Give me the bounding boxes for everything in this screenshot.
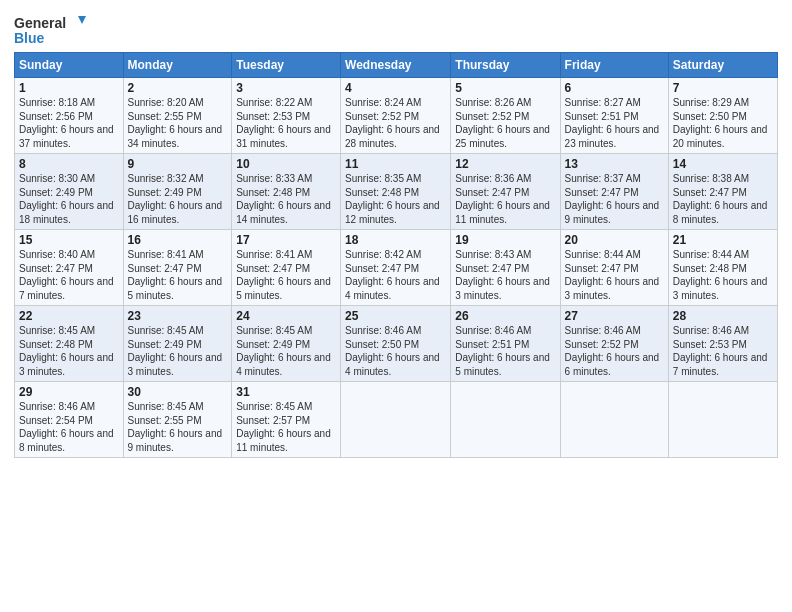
- calendar-day-cell: 26Sunrise: 8:46 AM Sunset: 2:51 PM Dayli…: [451, 306, 560, 382]
- day-info: Sunrise: 8:44 AM Sunset: 2:48 PM Dayligh…: [673, 248, 773, 302]
- calendar-header-row: SundayMondayTuesdayWednesdayThursdayFrid…: [15, 53, 778, 78]
- day-info: Sunrise: 8:33 AM Sunset: 2:48 PM Dayligh…: [236, 172, 336, 226]
- calendar-day-cell: 25Sunrise: 8:46 AM Sunset: 2:50 PM Dayli…: [341, 306, 451, 382]
- day-number: 14: [673, 157, 773, 171]
- day-info: Sunrise: 8:36 AM Sunset: 2:47 PM Dayligh…: [455, 172, 555, 226]
- day-number: 12: [455, 157, 555, 171]
- day-info: Sunrise: 8:18 AM Sunset: 2:56 PM Dayligh…: [19, 96, 119, 150]
- day-info: Sunrise: 8:37 AM Sunset: 2:47 PM Dayligh…: [565, 172, 664, 226]
- day-info: Sunrise: 8:45 AM Sunset: 2:55 PM Dayligh…: [128, 400, 228, 454]
- calendar-day-cell: 1Sunrise: 8:18 AM Sunset: 2:56 PM Daylig…: [15, 78, 124, 154]
- day-number: 6: [565, 81, 664, 95]
- calendar-day-cell: 8Sunrise: 8:30 AM Sunset: 2:49 PM Daylig…: [15, 154, 124, 230]
- day-info: Sunrise: 8:46 AM Sunset: 2:52 PM Dayligh…: [565, 324, 664, 378]
- day-number: 31: [236, 385, 336, 399]
- day-info: Sunrise: 8:38 AM Sunset: 2:47 PM Dayligh…: [673, 172, 773, 226]
- day-info: Sunrise: 8:45 AM Sunset: 2:49 PM Dayligh…: [236, 324, 336, 378]
- day-info: Sunrise: 8:20 AM Sunset: 2:55 PM Dayligh…: [128, 96, 228, 150]
- day-number: 23: [128, 309, 228, 323]
- calendar-week-row: 29Sunrise: 8:46 AM Sunset: 2:54 PM Dayli…: [15, 382, 778, 458]
- day-number: 26: [455, 309, 555, 323]
- day-number: 29: [19, 385, 119, 399]
- day-info: Sunrise: 8:44 AM Sunset: 2:47 PM Dayligh…: [565, 248, 664, 302]
- day-number: 22: [19, 309, 119, 323]
- calendar-day-cell: 18Sunrise: 8:42 AM Sunset: 2:47 PM Dayli…: [341, 230, 451, 306]
- day-number: 15: [19, 233, 119, 247]
- calendar-day-cell: [451, 382, 560, 458]
- calendar-day-cell: 16Sunrise: 8:41 AM Sunset: 2:47 PM Dayli…: [123, 230, 232, 306]
- day-number: 27: [565, 309, 664, 323]
- day-info: Sunrise: 8:45 AM Sunset: 2:49 PM Dayligh…: [128, 324, 228, 378]
- calendar-day-cell: 15Sunrise: 8:40 AM Sunset: 2:47 PM Dayli…: [15, 230, 124, 306]
- svg-marker-0: [78, 16, 86, 24]
- header: General Blue: [14, 10, 778, 46]
- day-number: 17: [236, 233, 336, 247]
- calendar-day-cell: 5Sunrise: 8:26 AM Sunset: 2:52 PM Daylig…: [451, 78, 560, 154]
- day-number: 11: [345, 157, 446, 171]
- day-info: Sunrise: 8:46 AM Sunset: 2:53 PM Dayligh…: [673, 324, 773, 378]
- day-number: 2: [128, 81, 228, 95]
- day-info: Sunrise: 8:24 AM Sunset: 2:52 PM Dayligh…: [345, 96, 446, 150]
- calendar-day-cell: 6Sunrise: 8:27 AM Sunset: 2:51 PM Daylig…: [560, 78, 668, 154]
- calendar-day-cell: 23Sunrise: 8:45 AM Sunset: 2:49 PM Dayli…: [123, 306, 232, 382]
- calendar-day-header: Tuesday: [232, 53, 341, 78]
- day-info: Sunrise: 8:40 AM Sunset: 2:47 PM Dayligh…: [19, 248, 119, 302]
- calendar-day-cell: 29Sunrise: 8:46 AM Sunset: 2:54 PM Dayli…: [15, 382, 124, 458]
- calendar-day-cell: 7Sunrise: 8:29 AM Sunset: 2:50 PM Daylig…: [668, 78, 777, 154]
- logo-blue: Blue: [14, 30, 86, 46]
- calendar-day-cell: 13Sunrise: 8:37 AM Sunset: 2:47 PM Dayli…: [560, 154, 668, 230]
- day-number: 9: [128, 157, 228, 171]
- day-info: Sunrise: 8:41 AM Sunset: 2:47 PM Dayligh…: [236, 248, 336, 302]
- calendar-day-cell: 9Sunrise: 8:32 AM Sunset: 2:49 PM Daylig…: [123, 154, 232, 230]
- day-info: Sunrise: 8:27 AM Sunset: 2:51 PM Dayligh…: [565, 96, 664, 150]
- calendar-day-cell: 11Sunrise: 8:35 AM Sunset: 2:48 PM Dayli…: [341, 154, 451, 230]
- logo-general: General: [14, 15, 66, 31]
- calendar-day-header: Saturday: [668, 53, 777, 78]
- calendar-day-cell: [341, 382, 451, 458]
- calendar-day-cell: 3Sunrise: 8:22 AM Sunset: 2:53 PM Daylig…: [232, 78, 341, 154]
- day-info: Sunrise: 8:42 AM Sunset: 2:47 PM Dayligh…: [345, 248, 446, 302]
- calendar-day-cell: 31Sunrise: 8:45 AM Sunset: 2:57 PM Dayli…: [232, 382, 341, 458]
- calendar-day-cell: 27Sunrise: 8:46 AM Sunset: 2:52 PM Dayli…: [560, 306, 668, 382]
- calendar-day-cell: 17Sunrise: 8:41 AM Sunset: 2:47 PM Dayli…: [232, 230, 341, 306]
- day-info: Sunrise: 8:45 AM Sunset: 2:48 PM Dayligh…: [19, 324, 119, 378]
- calendar-day-header: Sunday: [15, 53, 124, 78]
- calendar-day-header: Wednesday: [341, 53, 451, 78]
- calendar-day-cell: [668, 382, 777, 458]
- day-info: Sunrise: 8:26 AM Sunset: 2:52 PM Dayligh…: [455, 96, 555, 150]
- calendar-day-cell: 20Sunrise: 8:44 AM Sunset: 2:47 PM Dayli…: [560, 230, 668, 306]
- page: General Blue SundayMondayTuesdayWednesda…: [0, 0, 792, 612]
- day-info: Sunrise: 8:35 AM Sunset: 2:48 PM Dayligh…: [345, 172, 446, 226]
- day-number: 25: [345, 309, 446, 323]
- day-number: 3: [236, 81, 336, 95]
- calendar-week-row: 22Sunrise: 8:45 AM Sunset: 2:48 PM Dayli…: [15, 306, 778, 382]
- day-number: 10: [236, 157, 336, 171]
- day-number: 13: [565, 157, 664, 171]
- calendar-day-cell: 22Sunrise: 8:45 AM Sunset: 2:48 PM Dayli…: [15, 306, 124, 382]
- day-number: 8: [19, 157, 119, 171]
- calendar-day-cell: 10Sunrise: 8:33 AM Sunset: 2:48 PM Dayli…: [232, 154, 341, 230]
- day-info: Sunrise: 8:46 AM Sunset: 2:54 PM Dayligh…: [19, 400, 119, 454]
- day-number: 7: [673, 81, 773, 95]
- calendar-day-cell: [560, 382, 668, 458]
- day-number: 24: [236, 309, 336, 323]
- calendar-day-cell: 28Sunrise: 8:46 AM Sunset: 2:53 PM Dayli…: [668, 306, 777, 382]
- calendar-day-cell: 21Sunrise: 8:44 AM Sunset: 2:48 PM Dayli…: [668, 230, 777, 306]
- day-info: Sunrise: 8:32 AM Sunset: 2:49 PM Dayligh…: [128, 172, 228, 226]
- calendar-day-cell: 19Sunrise: 8:43 AM Sunset: 2:47 PM Dayli…: [451, 230, 560, 306]
- day-number: 5: [455, 81, 555, 95]
- calendar-week-row: 15Sunrise: 8:40 AM Sunset: 2:47 PM Dayli…: [15, 230, 778, 306]
- calendar-day-cell: 4Sunrise: 8:24 AM Sunset: 2:52 PM Daylig…: [341, 78, 451, 154]
- calendar-week-row: 8Sunrise: 8:30 AM Sunset: 2:49 PM Daylig…: [15, 154, 778, 230]
- calendar-day-cell: 30Sunrise: 8:45 AM Sunset: 2:55 PM Dayli…: [123, 382, 232, 458]
- logo: General Blue: [14, 14, 86, 46]
- day-info: Sunrise: 8:45 AM Sunset: 2:57 PM Dayligh…: [236, 400, 336, 454]
- day-info: Sunrise: 8:46 AM Sunset: 2:51 PM Dayligh…: [455, 324, 555, 378]
- day-number: 28: [673, 309, 773, 323]
- day-number: 18: [345, 233, 446, 247]
- day-info: Sunrise: 8:29 AM Sunset: 2:50 PM Dayligh…: [673, 96, 773, 150]
- day-info: Sunrise: 8:22 AM Sunset: 2:53 PM Dayligh…: [236, 96, 336, 150]
- day-info: Sunrise: 8:30 AM Sunset: 2:49 PM Dayligh…: [19, 172, 119, 226]
- calendar-day-cell: 2Sunrise: 8:20 AM Sunset: 2:55 PM Daylig…: [123, 78, 232, 154]
- calendar-day-cell: 24Sunrise: 8:45 AM Sunset: 2:49 PM Dayli…: [232, 306, 341, 382]
